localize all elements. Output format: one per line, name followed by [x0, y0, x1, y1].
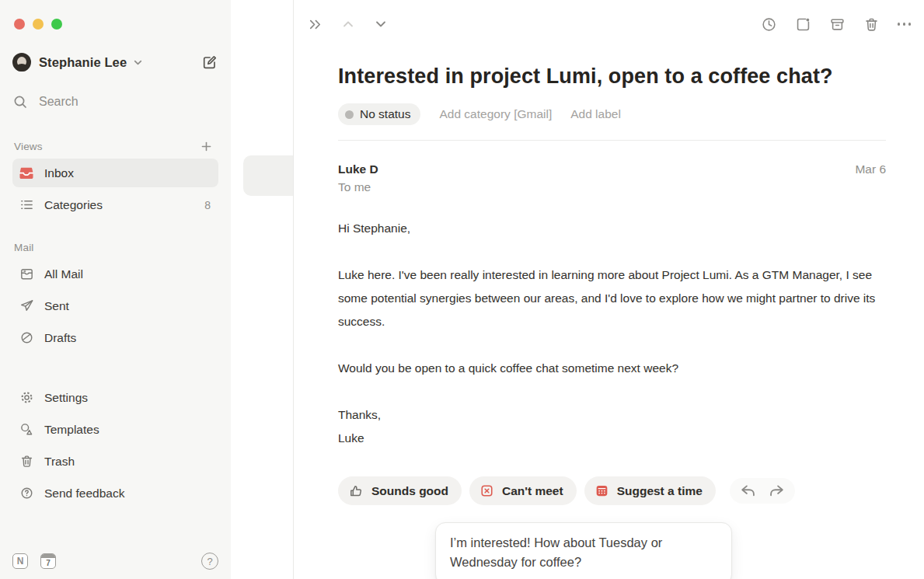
sidebar-footer: N 7 ?	[12, 553, 218, 570]
archive-box-icon	[19, 267, 34, 282]
previous-email-icon[interactable]	[340, 16, 356, 32]
next-email-icon[interactable]	[373, 16, 389, 32]
sidebar-item-sent[interactable]: Sent	[12, 291, 218, 320]
add-category-button[interactable]: Add category [Gmail]	[439, 107, 552, 121]
status-dot-icon	[345, 110, 354, 119]
status-label: No status	[360, 107, 410, 121]
sidebar-item-label: Sent	[44, 299, 69, 313]
sidebar-item-send-feedback[interactable]: Send feedback	[12, 479, 218, 507]
mail-app-window: Stephanie Lee Search Views Inbox	[0, 0, 924, 579]
selected-mail-list-item-peek[interactable]	[243, 155, 293, 196]
gear-icon	[19, 390, 34, 406]
sidebar-item-label: Templates	[44, 423, 99, 437]
mail-header-label: Mail	[14, 242, 34, 253]
forward-icon[interactable]	[768, 483, 786, 499]
sender-block: Luke D To me	[338, 161, 378, 197]
sidebar-item-all-mail[interactable]: All Mail	[12, 260, 218, 288]
trash-icon[interactable]	[863, 16, 880, 33]
email-header: Interested in project Lumi, open to a co…	[294, 48, 924, 141]
sidebar-item-label: Trash	[44, 455, 75, 469]
add-view-icon[interactable]	[200, 141, 212, 152]
mail-reading-pane: Interested in project Lumi, open to a co…	[294, 0, 924, 579]
mail-section-header: Mail	[12, 238, 218, 256]
sidebar-item-label: Drafts	[44, 331, 76, 345]
views-section-header: Views	[12, 137, 218, 155]
account-name: Stephanie Lee	[39, 55, 127, 70]
compose-icon[interactable]	[200, 54, 218, 72]
chevron-down-icon	[133, 58, 143, 68]
notion-logo-icon[interactable]: N	[12, 553, 28, 569]
help-icon[interactable]: ?	[201, 553, 218, 570]
calendar-icon-day: 7	[41, 558, 55, 568]
email-paragraph: Would you be open to a quick coffee chat…	[338, 357, 886, 380]
search-placeholder: Search	[39, 95, 78, 109]
action-label: Suggest a time	[617, 484, 703, 498]
draft-pencil-icon	[19, 330, 34, 346]
suggest-time-button[interactable]: Suggest a time	[584, 476, 716, 505]
sidebar-item-templates[interactable]: Templates	[12, 415, 218, 444]
email-greeting: Hi Stephanie,	[338, 217, 886, 240]
calendar-red-icon	[594, 483, 609, 498]
account-switcher[interactable]: Stephanie Lee	[12, 50, 218, 75]
reply-icon[interactable]	[739, 483, 757, 499]
paper-plane-icon	[19, 298, 34, 314]
calendar-icon[interactable]: 7	[40, 553, 56, 569]
expand-panel-icon[interactable]	[307, 16, 323, 33]
mark-unread-icon[interactable]	[795, 16, 811, 33]
zoom-window-button[interactable]	[51, 19, 62, 30]
email-signature: Luke	[338, 427, 886, 450]
sidebar-item-label: Send feedback	[44, 487, 124, 501]
email-body-text: Hi Stephanie, Luke here. I've been reall…	[338, 217, 886, 450]
archive-icon[interactable]	[829, 16, 846, 33]
sidebar: Stephanie Lee Search Views Inbox	[0, 0, 231, 579]
cant-meet-button[interactable]: Can't meet	[469, 476, 577, 505]
inbox-icon	[19, 166, 34, 181]
quick-reply-preview-text: I’m interested! How about Tuesday or Wed…	[450, 533, 716, 572]
more-options-icon[interactable]	[898, 23, 912, 26]
email-paragraph: Luke here. I've been really interested i…	[338, 263, 886, 333]
email-body-area: Luke D To me Mar 6 Hi Stephanie, Luke he…	[294, 141, 924, 579]
recipient-line[interactable]: To me	[338, 178, 378, 197]
sidebar-item-label: Categories	[44, 198, 103, 212]
email-meta-row: Luke D To me Mar 6	[338, 161, 886, 197]
email-badges-row: No status Add category [Gmail] Add label	[338, 103, 886, 125]
sidebar-item-label: All Mail	[44, 267, 83, 281]
trash-icon	[19, 454, 34, 469]
question-circle-icon	[19, 486, 34, 501]
sidebar-item-label: Inbox	[44, 166, 74, 180]
snooze-clock-icon[interactable]	[761, 16, 777, 33]
window-controls	[14, 19, 218, 30]
views-header-label: Views	[14, 141, 43, 152]
x-square-icon	[479, 483, 494, 498]
minimize-window-button[interactable]	[33, 19, 44, 30]
email-date: Mar 6	[855, 161, 886, 178]
sidebar-item-categories[interactable]: Categories 8	[12, 190, 218, 219]
close-window-button[interactable]	[14, 19, 25, 30]
list-icon	[19, 197, 34, 213]
categories-count-badge: 8	[204, 199, 211, 211]
sidebar-item-drafts[interactable]: Drafts	[12, 323, 218, 352]
thumbs-up-icon	[348, 483, 364, 499]
reply-forward-group	[730, 478, 795, 504]
sidebar-item-trash[interactable]: Trash	[12, 447, 218, 476]
sender-name: Luke D	[338, 161, 378, 178]
avatar	[12, 53, 31, 72]
search-icon	[12, 94, 28, 110]
shapes-icon	[19, 422, 34, 438]
search-input[interactable]: Search	[12, 90, 218, 113]
email-closing: Thanks,	[338, 403, 886, 427]
mail-toolbar	[294, 0, 924, 48]
email-subject: Interested in project Lumi, open to a co…	[338, 64, 886, 89]
status-pill[interactable]: No status	[338, 103, 420, 125]
sidebar-item-inbox[interactable]: Inbox	[12, 159, 218, 187]
action-label: Can't meet	[502, 484, 563, 498]
sidebar-item-settings[interactable]: Settings	[12, 383, 218, 412]
collapsed-mail-list	[231, 0, 294, 579]
quick-reply-preview-tooltip: I’m interested! How about Tuesday or Wed…	[435, 522, 732, 579]
sounds-good-button[interactable]: Sounds good	[338, 476, 462, 505]
action-label: Sounds good	[371, 484, 448, 498]
quick-reply-actions: Sounds good Can't meet Suggest a time	[338, 476, 886, 505]
add-label-button[interactable]: Add label	[570, 107, 621, 121]
sidebar-item-label: Settings	[44, 391, 88, 405]
